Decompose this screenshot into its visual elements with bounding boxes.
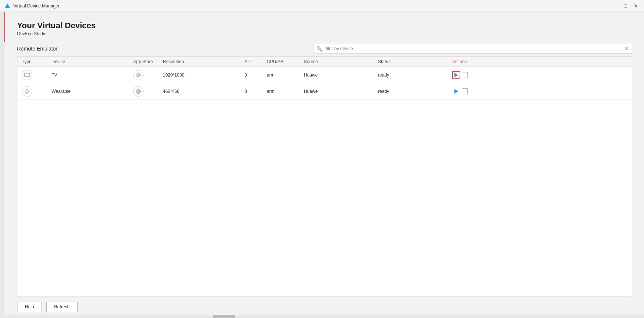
cell-type-tv: [22, 70, 52, 80]
section-header: Remote Emulator 🔍 ✕: [17, 44, 632, 53]
table-row: Wearable 466*466 3 arm Huawei: [17, 83, 632, 100]
play-button-wearable[interactable]: [452, 87, 460, 95]
cell-source-wearable: Huawei: [304, 89, 378, 94]
status-badge-tv: ready: [378, 72, 389, 78]
svg-marker-0: [5, 3, 10, 8]
svg-rect-1: [24, 73, 30, 77]
cell-resolution-wearable: 466*466: [163, 89, 244, 94]
cell-type-wearable: [22, 86, 52, 97]
horizontal-scrollbar[interactable]: [5, 315, 644, 318]
scroll-thumb[interactable]: [213, 315, 235, 318]
table-header: Type Device App Store Resolution API CPU…: [17, 57, 632, 67]
play-triangle-icon-wearable: [454, 89, 458, 94]
page-subtitle: DevEco Studio: [17, 31, 632, 36]
main-content: Your Virtual Devices DevEco Studio Remot…: [5, 12, 644, 318]
close-button[interactable]: ✕: [632, 2, 640, 10]
tv-icon: [22, 70, 32, 80]
col-resolution: Resolution: [163, 59, 244, 64]
section-title: Remote Emulator: [17, 46, 58, 52]
cell-status-wearable: ready: [378, 89, 452, 94]
col-device: Device: [52, 59, 133, 64]
table-row: TV 1920*1080 3 arm Huawei: [17, 67, 632, 83]
svg-rect-8: [26, 90, 29, 93]
title-bar-left: Virtual Device Manager: [4, 3, 60, 9]
cell-cpu-wearable: arm: [267, 89, 304, 94]
col-status: Status: [378, 59, 452, 64]
app-icon: [4, 3, 10, 9]
cell-source-tv: Huawei: [304, 72, 378, 78]
cell-resolution-tv: 1920*1080: [163, 72, 244, 78]
cell-appstore-tv: [133, 70, 163, 80]
col-api: API: [244, 59, 267, 64]
status-badge-wearable: ready: [378, 89, 389, 94]
sidebar-accent: [4, 12, 5, 42]
device-table: Type Device App Store Resolution API CPU…: [17, 56, 632, 296]
cell-cpu-tv: arm: [267, 72, 304, 78]
wearable-icon: [22, 86, 32, 97]
col-actions: Actions: [452, 59, 627, 64]
window-controls: − □ ✕: [611, 2, 640, 10]
search-icon: 🔍: [316, 46, 322, 52]
refresh-button[interactable]: Refresh: [46, 302, 78, 312]
play-button-tv[interactable]: [452, 71, 460, 79]
page-title: Your Virtual Devices: [17, 21, 632, 30]
title-bar: Virtual Device Manager − □ ✕: [0, 0, 644, 12]
cell-device-wearable: Wearable: [52, 89, 133, 94]
checkbox-tv[interactable]: [462, 72, 468, 78]
cell-actions-wearable: [452, 87, 627, 95]
col-source: Source: [304, 59, 378, 64]
appstore-icon-tv: [133, 70, 144, 80]
maximize-button[interactable]: □: [622, 2, 629, 10]
bottom-bar: Help Refresh: [17, 296, 632, 312]
col-cpu: CPU/ABI: [267, 59, 304, 64]
search-input[interactable]: [325, 46, 622, 51]
cell-actions-tv: [452, 71, 627, 79]
col-appstore: App Store: [133, 59, 163, 64]
cell-appstore-wearable: [133, 86, 163, 97]
cell-api-tv: 3: [244, 72, 267, 78]
appstore-icon-wearable: [133, 86, 144, 97]
cell-device-tv: TV: [52, 72, 133, 78]
search-bar: 🔍 ✕: [313, 44, 632, 53]
help-button[interactable]: Help: [17, 302, 42, 312]
left-sidebar: [0, 12, 5, 318]
cell-api-wearable: 3: [244, 89, 267, 94]
window-title: Virtual Device Manager: [13, 3, 60, 9]
checkbox-wearable[interactable]: [462, 88, 468, 94]
col-type: Type: [22, 59, 52, 64]
search-clear-icon[interactable]: ✕: [624, 46, 629, 52]
table-body: TV 1920*1080 3 arm Huawei: [17, 67, 632, 296]
play-triangle-icon-tv: [454, 73, 458, 77]
minimize-button[interactable]: −: [611, 2, 619, 10]
cell-status-tv: ready: [378, 72, 452, 78]
